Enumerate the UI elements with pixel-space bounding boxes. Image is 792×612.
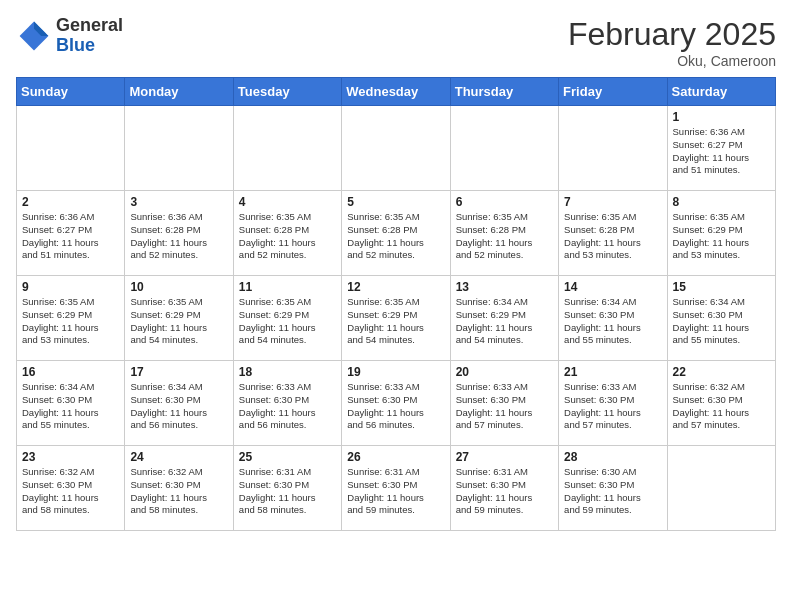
calendar-day-26: 26Sunrise: 6:31 AM Sunset: 6:30 PM Dayli…	[342, 446, 450, 531]
weekday-header-row: SundayMondayTuesdayWednesdayThursdayFrid…	[17, 78, 776, 106]
weekday-header-wednesday: Wednesday	[342, 78, 450, 106]
calendar-day-empty	[17, 106, 125, 191]
day-info: Sunrise: 6:34 AM Sunset: 6:29 PM Dayligh…	[456, 296, 553, 347]
calendar-day-18: 18Sunrise: 6:33 AM Sunset: 6:30 PM Dayli…	[233, 361, 341, 446]
day-number: 17	[130, 365, 227, 379]
calendar-week-row: 2Sunrise: 6:36 AM Sunset: 6:27 PM Daylig…	[17, 191, 776, 276]
day-number: 24	[130, 450, 227, 464]
calendar-day-empty	[342, 106, 450, 191]
calendar-day-23: 23Sunrise: 6:32 AM Sunset: 6:30 PM Dayli…	[17, 446, 125, 531]
day-info: Sunrise: 6:35 AM Sunset: 6:29 PM Dayligh…	[22, 296, 119, 347]
day-number: 6	[456, 195, 553, 209]
calendar-day-5: 5Sunrise: 6:35 AM Sunset: 6:28 PM Daylig…	[342, 191, 450, 276]
day-number: 13	[456, 280, 553, 294]
day-info: Sunrise: 6:36 AM Sunset: 6:27 PM Dayligh…	[673, 126, 770, 177]
weekday-header-monday: Monday	[125, 78, 233, 106]
day-number: 11	[239, 280, 336, 294]
day-number: 16	[22, 365, 119, 379]
calendar-week-row: 1Sunrise: 6:36 AM Sunset: 6:27 PM Daylig…	[17, 106, 776, 191]
day-number: 18	[239, 365, 336, 379]
calendar-day-14: 14Sunrise: 6:34 AM Sunset: 6:30 PM Dayli…	[559, 276, 667, 361]
day-number: 20	[456, 365, 553, 379]
day-info: Sunrise: 6:32 AM Sunset: 6:30 PM Dayligh…	[130, 466, 227, 517]
day-info: Sunrise: 6:31 AM Sunset: 6:30 PM Dayligh…	[239, 466, 336, 517]
logo-text: General Blue	[56, 16, 123, 56]
day-number: 10	[130, 280, 227, 294]
calendar-day-7: 7Sunrise: 6:35 AM Sunset: 6:28 PM Daylig…	[559, 191, 667, 276]
day-number: 3	[130, 195, 227, 209]
day-number: 22	[673, 365, 770, 379]
day-number: 2	[22, 195, 119, 209]
weekday-header-sunday: Sunday	[17, 78, 125, 106]
weekday-header-thursday: Thursday	[450, 78, 558, 106]
calendar-day-empty	[667, 446, 775, 531]
calendar-day-empty	[125, 106, 233, 191]
calendar-day-2: 2Sunrise: 6:36 AM Sunset: 6:27 PM Daylig…	[17, 191, 125, 276]
calendar-day-1: 1Sunrise: 6:36 AM Sunset: 6:27 PM Daylig…	[667, 106, 775, 191]
location: Oku, Cameroon	[568, 53, 776, 69]
calendar-day-empty	[233, 106, 341, 191]
day-number: 25	[239, 450, 336, 464]
calendar-day-22: 22Sunrise: 6:32 AM Sunset: 6:30 PM Dayli…	[667, 361, 775, 446]
day-number: 9	[22, 280, 119, 294]
day-info: Sunrise: 6:35 AM Sunset: 6:28 PM Dayligh…	[456, 211, 553, 262]
calendar-day-6: 6Sunrise: 6:35 AM Sunset: 6:28 PM Daylig…	[450, 191, 558, 276]
calendar-day-20: 20Sunrise: 6:33 AM Sunset: 6:30 PM Dayli…	[450, 361, 558, 446]
calendar-day-17: 17Sunrise: 6:34 AM Sunset: 6:30 PM Dayli…	[125, 361, 233, 446]
day-number: 23	[22, 450, 119, 464]
logo-icon	[16, 18, 52, 54]
calendar-week-row: 16Sunrise: 6:34 AM Sunset: 6:30 PM Dayli…	[17, 361, 776, 446]
day-info: Sunrise: 6:35 AM Sunset: 6:28 PM Dayligh…	[239, 211, 336, 262]
day-number: 21	[564, 365, 661, 379]
day-info: Sunrise: 6:35 AM Sunset: 6:29 PM Dayligh…	[347, 296, 444, 347]
title-block: February 2025 Oku, Cameroon	[568, 16, 776, 69]
logo: General Blue	[16, 16, 123, 56]
calendar-day-10: 10Sunrise: 6:35 AM Sunset: 6:29 PM Dayli…	[125, 276, 233, 361]
day-info: Sunrise: 6:32 AM Sunset: 6:30 PM Dayligh…	[673, 381, 770, 432]
day-number: 7	[564, 195, 661, 209]
calendar-table: SundayMondayTuesdayWednesdayThursdayFrid…	[16, 77, 776, 531]
day-info: Sunrise: 6:35 AM Sunset: 6:28 PM Dayligh…	[347, 211, 444, 262]
day-info: Sunrise: 6:34 AM Sunset: 6:30 PM Dayligh…	[564, 296, 661, 347]
day-number: 28	[564, 450, 661, 464]
calendar-day-27: 27Sunrise: 6:31 AM Sunset: 6:30 PM Dayli…	[450, 446, 558, 531]
day-info: Sunrise: 6:32 AM Sunset: 6:30 PM Dayligh…	[22, 466, 119, 517]
day-number: 19	[347, 365, 444, 379]
day-info: Sunrise: 6:34 AM Sunset: 6:30 PM Dayligh…	[130, 381, 227, 432]
calendar-day-11: 11Sunrise: 6:35 AM Sunset: 6:29 PM Dayli…	[233, 276, 341, 361]
calendar-day-12: 12Sunrise: 6:35 AM Sunset: 6:29 PM Dayli…	[342, 276, 450, 361]
month-year: February 2025	[568, 16, 776, 53]
day-number: 4	[239, 195, 336, 209]
calendar-day-8: 8Sunrise: 6:35 AM Sunset: 6:29 PM Daylig…	[667, 191, 775, 276]
day-number: 5	[347, 195, 444, 209]
day-number: 26	[347, 450, 444, 464]
calendar-day-4: 4Sunrise: 6:35 AM Sunset: 6:28 PM Daylig…	[233, 191, 341, 276]
calendar-day-13: 13Sunrise: 6:34 AM Sunset: 6:29 PM Dayli…	[450, 276, 558, 361]
calendar-day-empty	[559, 106, 667, 191]
page-header: General Blue February 2025 Oku, Cameroon	[16, 16, 776, 69]
calendar-day-25: 25Sunrise: 6:31 AM Sunset: 6:30 PM Dayli…	[233, 446, 341, 531]
calendar-day-16: 16Sunrise: 6:34 AM Sunset: 6:30 PM Dayli…	[17, 361, 125, 446]
weekday-header-tuesday: Tuesday	[233, 78, 341, 106]
calendar-day-28: 28Sunrise: 6:30 AM Sunset: 6:30 PM Dayli…	[559, 446, 667, 531]
day-info: Sunrise: 6:33 AM Sunset: 6:30 PM Dayligh…	[347, 381, 444, 432]
day-info: Sunrise: 6:35 AM Sunset: 6:29 PM Dayligh…	[673, 211, 770, 262]
day-number: 15	[673, 280, 770, 294]
day-number: 12	[347, 280, 444, 294]
day-info: Sunrise: 6:35 AM Sunset: 6:29 PM Dayligh…	[239, 296, 336, 347]
calendar-week-row: 9Sunrise: 6:35 AM Sunset: 6:29 PM Daylig…	[17, 276, 776, 361]
calendar-day-empty	[450, 106, 558, 191]
day-number: 1	[673, 110, 770, 124]
day-info: Sunrise: 6:31 AM Sunset: 6:30 PM Dayligh…	[456, 466, 553, 517]
calendar-day-3: 3Sunrise: 6:36 AM Sunset: 6:28 PM Daylig…	[125, 191, 233, 276]
calendar-day-24: 24Sunrise: 6:32 AM Sunset: 6:30 PM Dayli…	[125, 446, 233, 531]
calendar-week-row: 23Sunrise: 6:32 AM Sunset: 6:30 PM Dayli…	[17, 446, 776, 531]
weekday-header-saturday: Saturday	[667, 78, 775, 106]
day-info: Sunrise: 6:36 AM Sunset: 6:27 PM Dayligh…	[22, 211, 119, 262]
calendar-day-9: 9Sunrise: 6:35 AM Sunset: 6:29 PM Daylig…	[17, 276, 125, 361]
day-info: Sunrise: 6:35 AM Sunset: 6:28 PM Dayligh…	[564, 211, 661, 262]
day-number: 14	[564, 280, 661, 294]
day-info: Sunrise: 6:35 AM Sunset: 6:29 PM Dayligh…	[130, 296, 227, 347]
day-info: Sunrise: 6:30 AM Sunset: 6:30 PM Dayligh…	[564, 466, 661, 517]
calendar-day-15: 15Sunrise: 6:34 AM Sunset: 6:30 PM Dayli…	[667, 276, 775, 361]
